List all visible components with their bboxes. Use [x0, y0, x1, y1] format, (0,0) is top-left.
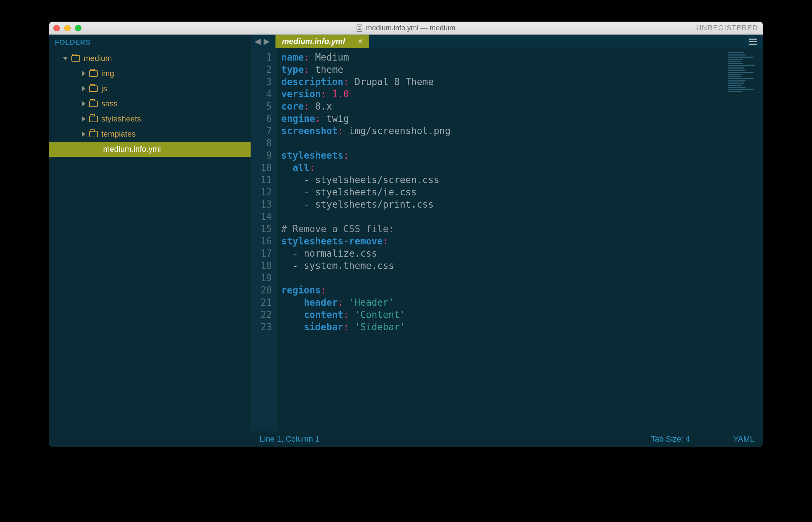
- line-number: 6: [251, 112, 272, 125]
- document-icon: [357, 25, 362, 32]
- sidebar: FOLDERS medium imgjssassstylesheetstempl…: [49, 35, 251, 447]
- tab-size-indicator[interactable]: Tab Size: 4: [651, 434, 690, 444]
- line-number: 3: [251, 76, 272, 88]
- syntax-indicator[interactable]: YAML: [733, 434, 754, 444]
- folder-icon: [71, 55, 80, 62]
- code-line[interactable]: all:: [281, 162, 763, 174]
- code-line[interactable]: regions:: [281, 284, 763, 296]
- code-line[interactable]: screenshot: img/screenshot.png: [281, 125, 763, 137]
- folder-label: js: [101, 84, 107, 93]
- chevron-right-icon: [82, 71, 85, 76]
- titlebar: medium.info.yml — medium UNREGISTERED: [49, 22, 763, 35]
- code-line[interactable]: - styelsheets/print.css: [281, 198, 763, 211]
- code-line[interactable]: sidebar: 'Sidebar': [281, 321, 763, 333]
- code-line[interactable]: stylesheets-remove:: [281, 235, 763, 247]
- tree-folder[interactable]: templates: [49, 127, 251, 142]
- hamburger-menu-icon[interactable]: [749, 37, 757, 46]
- code-line[interactable]: name: Medium: [281, 51, 763, 63]
- line-number: 8: [251, 137, 272, 149]
- folder-icon: [89, 131, 98, 137]
- folders-header: FOLDERS: [49, 35, 251, 51]
- line-number: 11: [251, 174, 272, 186]
- close-tab-icon[interactable]: ×: [358, 37, 363, 46]
- chevron-right-icon: [82, 101, 85, 106]
- tree-folder-root[interactable]: medium: [49, 51, 251, 66]
- editor[interactable]: 1234567891011121314151617181920212223 na…: [251, 48, 763, 431]
- code-line[interactable]: version: 1.0: [281, 88, 763, 100]
- code-line[interactable]: core: 8.x: [281, 100, 763, 112]
- code-line[interactable]: engine: twig: [281, 112, 763, 125]
- tab-label: medium.info.yml: [282, 37, 345, 46]
- window-title-text: medium.info.yml — medium: [366, 24, 455, 32]
- window-title: medium.info.yml — medium: [49, 24, 763, 32]
- cursor-position[interactable]: Line 1, Column 1: [260, 434, 319, 444]
- line-number: 16: [251, 235, 272, 247]
- tree-folder[interactable]: js: [49, 81, 251, 96]
- line-number: 21: [251, 296, 272, 309]
- nav-forward-icon[interactable]: ▶: [264, 37, 270, 46]
- code-line[interactable]: [281, 137, 763, 149]
- line-number: 4: [251, 88, 272, 100]
- line-number: 1: [251, 51, 272, 63]
- code-line[interactable]: type: theme: [281, 63, 763, 76]
- folder-icon: [89, 70, 98, 77]
- main-area: ◀ ▶ medium.info.yml × 123456789101112131…: [251, 35, 763, 447]
- folder-label: sass: [101, 99, 118, 109]
- folder-label: stylesheets: [101, 114, 141, 124]
- line-number: 14: [251, 211, 272, 223]
- line-number: 22: [251, 309, 272, 321]
- tree-folder[interactable]: img: [49, 66, 251, 81]
- line-number: 17: [251, 247, 272, 260]
- line-number: 18: [251, 260, 272, 272]
- file-label: medium.info.yml: [103, 145, 161, 154]
- line-number: 23: [251, 321, 272, 333]
- code-line[interactable]: [281, 211, 763, 223]
- close-window-icon[interactable]: [53, 25, 60, 31]
- line-number: 20: [251, 284, 272, 296]
- line-number: 15: [251, 223, 272, 235]
- status-bar: Line 1, Column 1 Tab Size: 4 YAML: [251, 431, 763, 447]
- chevron-right-icon: [82, 86, 85, 91]
- code-line[interactable]: description: Drupal 8 Theme: [281, 76, 763, 88]
- line-number: 7: [251, 125, 272, 137]
- code-line[interactable]: [281, 272, 763, 284]
- registration-status: UNREGISTERED: [696, 24, 758, 32]
- window-controls: [53, 25, 81, 31]
- tab-active[interactable]: medium.info.yml ×: [275, 35, 369, 48]
- code-line[interactable]: - system.theme.css: [281, 260, 763, 272]
- minimize-window-icon[interactable]: [64, 25, 71, 31]
- tab-history-nav[interactable]: ◀ ▶: [251, 37, 275, 46]
- folder-icon: [89, 101, 98, 107]
- folder-label: img: [101, 69, 114, 78]
- code-line[interactable]: content: 'Content': [281, 309, 763, 321]
- line-number: 13: [251, 198, 272, 211]
- file-tree: medium imgjssassstylesheetstemplates med…: [49, 51, 251, 157]
- code-line[interactable]: - normalize.css: [281, 247, 763, 260]
- nav-back-icon[interactable]: ◀: [255, 37, 261, 46]
- code-line[interactable]: stylesheets:: [281, 149, 763, 162]
- code-line[interactable]: - styelsheets/screen.css: [281, 174, 763, 186]
- code-line[interactable]: header: 'Header': [281, 296, 763, 309]
- line-number-gutter: 1234567891011121314151617181920212223: [251, 48, 277, 431]
- line-number: 19: [251, 272, 272, 284]
- chevron-down-icon: [63, 57, 68, 60]
- chevron-right-icon: [82, 116, 85, 121]
- chevron-right-icon: [82, 132, 85, 137]
- folder-icon: [89, 116, 98, 122]
- line-number: 5: [251, 100, 272, 112]
- folder-label: templates: [101, 129, 136, 139]
- zoom-window-icon[interactable]: [75, 25, 81, 31]
- editor-window: medium.info.yml — medium UNREGISTERED FO…: [49, 22, 763, 447]
- code-area[interactable]: name: Mediumtype: themedescription: Drup…: [277, 48, 763, 431]
- line-number: 9: [251, 149, 272, 162]
- folder-label: medium: [84, 54, 112, 63]
- minimap[interactable]: [728, 51, 760, 98]
- tree-folder[interactable]: sass: [49, 96, 251, 111]
- tab-bar: ◀ ▶ medium.info.yml ×: [251, 35, 763, 48]
- tree-folder[interactable]: stylesheets: [49, 111, 251, 127]
- code-line[interactable]: # Remove a CSS file:: [281, 223, 763, 235]
- code-line[interactable]: - styelsheets/ie.css: [281, 186, 763, 198]
- folder-icon: [89, 85, 98, 92]
- line-number: 10: [251, 162, 272, 174]
- tree-file[interactable]: medium.info.yml: [49, 142, 251, 157]
